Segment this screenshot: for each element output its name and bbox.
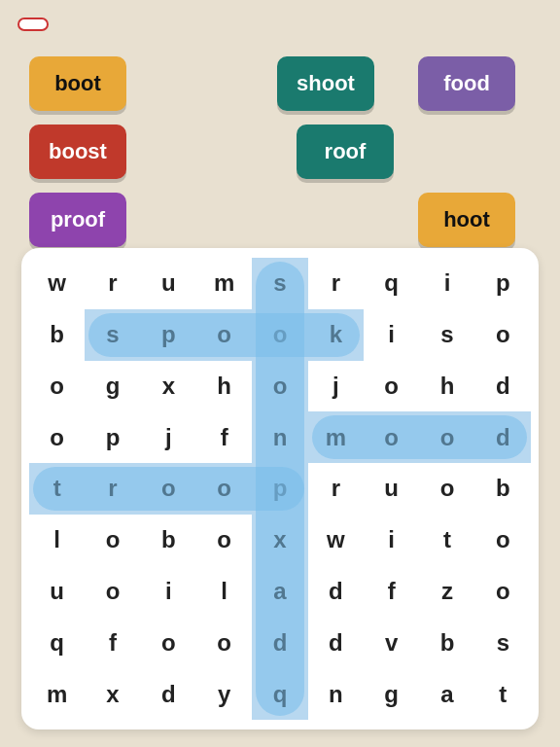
grid-cell[interactable]: o xyxy=(364,361,419,412)
grid-cell[interactable]: p xyxy=(252,463,307,515)
grid-cell[interactable]: q xyxy=(364,258,419,309)
grid-cell[interactable]: m xyxy=(29,668,85,720)
grid-cell[interactable]: d xyxy=(475,361,531,412)
grid-cell[interactable]: u xyxy=(29,566,85,618)
grid-cell[interactable]: p xyxy=(475,258,531,309)
grid-cell[interactable]: u xyxy=(141,258,196,309)
grid-cell[interactable]: d xyxy=(308,566,364,618)
grid-cell[interactable]: r xyxy=(308,258,364,309)
grid-cell[interactable]: o xyxy=(196,309,252,361)
grid-cell[interactable]: q xyxy=(252,668,307,720)
grid-cell[interactable]: s xyxy=(419,309,474,361)
tile-roof[interactable]: roof xyxy=(297,124,394,179)
grid-cell[interactable]: l xyxy=(29,515,85,566)
grid-cell[interactable]: d xyxy=(308,617,364,668)
grid-cell[interactable]: b xyxy=(419,617,474,668)
grid-cell[interactable]: z xyxy=(419,566,474,618)
tile-hoot[interactable]: hoot xyxy=(418,193,515,247)
grid-cell[interactable]: i xyxy=(419,258,474,309)
grid-cell[interactable]: n xyxy=(308,668,364,720)
word-tiles-area: boot boost proof shoot roof food hoot xyxy=(0,10,560,238)
grid-cell[interactable]: h xyxy=(419,361,474,412)
grid-cell[interactable]: o xyxy=(475,566,531,618)
grid-cell[interactable]: o xyxy=(364,411,419,463)
tile-boost[interactable]: boost xyxy=(29,124,126,179)
grid-cell[interactable]: j xyxy=(141,411,196,463)
grid-cell[interactable]: o xyxy=(252,309,307,361)
grid-cell[interactable]: t xyxy=(419,515,474,566)
grid-cell[interactable]: x xyxy=(85,668,140,720)
grid-cell[interactable]: o xyxy=(475,309,531,361)
grid-cell[interactable]: o xyxy=(85,566,140,618)
grid-cell[interactable]: o xyxy=(196,515,252,566)
tile-shoot[interactable]: shoot xyxy=(277,56,374,111)
grid-cell[interactable]: q xyxy=(29,617,85,668)
grid-cell[interactable]: s xyxy=(475,617,531,668)
grid-cell[interactable]: i xyxy=(364,309,419,361)
grid-cell[interactable]: f xyxy=(364,566,419,618)
tile-proof[interactable]: proof xyxy=(29,193,126,247)
grid-cell[interactable]: o xyxy=(419,463,474,515)
grid-cell[interactable]: o xyxy=(141,617,196,668)
grid-cell[interactable]: u xyxy=(364,463,419,515)
grid-cell[interactable]: f xyxy=(196,411,252,463)
grid-cell[interactable]: y xyxy=(196,668,252,720)
grid-cell[interactable]: o xyxy=(141,463,196,515)
grid-cell[interactable]: r xyxy=(85,463,140,515)
grid-cell[interactable]: r xyxy=(85,258,140,309)
word-search-grid[interactable]: wrumsrqipbspookisoogxhojohdopjfnmoodtroo… xyxy=(21,248,539,729)
grid-cell[interactable]: x xyxy=(141,361,196,412)
grid-cell[interactable]: i xyxy=(364,515,419,566)
grid-cell[interactable]: d xyxy=(252,617,307,668)
tile-boot[interactable]: boot xyxy=(29,56,126,111)
grid-cell[interactable]: m xyxy=(308,411,364,463)
grid-cell[interactable]: o xyxy=(419,411,474,463)
grid-cell[interactable]: d xyxy=(475,411,531,463)
grid-cell[interactable]: k xyxy=(308,309,364,361)
grid-cell[interactable]: o xyxy=(29,361,85,412)
grid-cell[interactable]: w xyxy=(308,515,364,566)
grid-cell[interactable]: p xyxy=(85,411,140,463)
grid-cell[interactable]: l xyxy=(196,566,252,618)
grid-cell[interactable]: i xyxy=(141,566,196,618)
grid-cell[interactable]: n xyxy=(252,411,307,463)
grid-cell[interactable]: b xyxy=(29,309,85,361)
grid-cell[interactable]: t xyxy=(29,463,85,515)
grid-cell[interactable]: g xyxy=(364,668,419,720)
grid-cell[interactable]: m xyxy=(196,258,252,309)
grid-cell[interactable]: a xyxy=(419,668,474,720)
grid-cell[interactable]: h xyxy=(196,361,252,412)
grid-cell[interactable]: s xyxy=(85,309,140,361)
grid-cell[interactable]: s xyxy=(252,258,307,309)
grid-cell[interactable]: f xyxy=(85,617,140,668)
grid-cell[interactable]: o xyxy=(196,463,252,515)
grid-cell[interactable]: o xyxy=(29,411,85,463)
grid-cell[interactable]: v xyxy=(364,617,419,668)
grid-cell[interactable]: x xyxy=(252,515,307,566)
grid-cell[interactable]: a xyxy=(252,566,307,618)
grid-cell[interactable]: o xyxy=(475,515,531,566)
grid-cell[interactable]: o xyxy=(196,617,252,668)
grid-cell[interactable]: d xyxy=(141,668,196,720)
tile-food[interactable]: food xyxy=(418,56,515,111)
grid-cell[interactable]: g xyxy=(85,361,140,412)
grid-cell[interactable]: b xyxy=(475,463,531,515)
grid-cell[interactable]: r xyxy=(308,463,364,515)
grid-cell[interactable]: o xyxy=(252,361,307,412)
grid-cell[interactable]: o xyxy=(85,515,140,566)
grid-cell[interactable]: w xyxy=(29,258,85,309)
grid-cell[interactable]: b xyxy=(141,515,196,566)
grid-cell[interactable]: t xyxy=(475,668,531,720)
grid-cell[interactable]: p xyxy=(141,309,196,361)
grid-cell[interactable]: j xyxy=(308,361,364,412)
done-button[interactable] xyxy=(18,18,49,31)
grid-cells: wrumsrqipbspookisoogxhojohdopjfnmoodtroo… xyxy=(29,258,531,720)
